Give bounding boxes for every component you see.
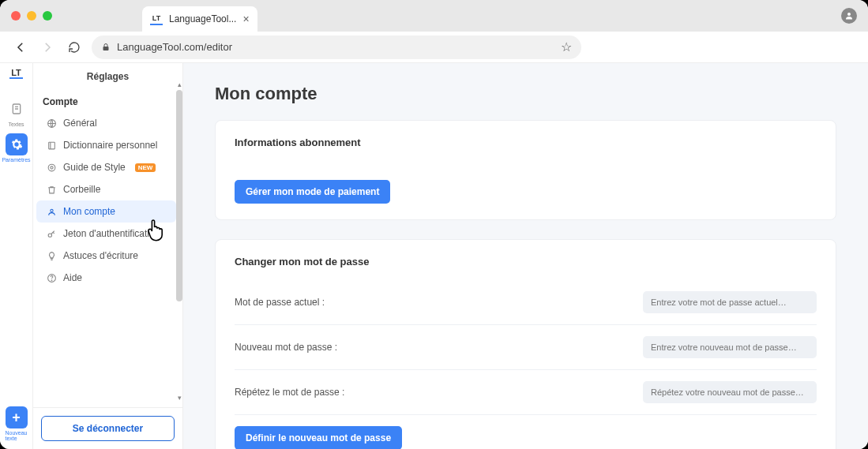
back-button[interactable] xyxy=(11,38,30,57)
sidebar-item-token[interactable]: Jeton d'authentification xyxy=(36,223,176,245)
svg-point-0 xyxy=(847,13,851,16)
rail-item-texts[interactable]: Textes xyxy=(3,98,30,127)
trash-icon xyxy=(46,185,57,195)
reload-button[interactable] xyxy=(65,38,84,57)
sidebar-scrollbar[interactable]: ▴ ▾ xyxy=(176,90,182,392)
minimize-window-button[interactable] xyxy=(27,11,36,21)
left-rail: LT Textes Paramètres + Nouveau texte xyxy=(0,63,33,449)
current-password-row: Mot de passe actuel : xyxy=(235,280,817,325)
titlebar: LT LanguageTool... × xyxy=(0,0,868,32)
sidebar-item-label: Général xyxy=(63,118,97,129)
tab-title: LanguageTool... xyxy=(169,13,236,24)
subscription-heading: Informations abonnement xyxy=(235,137,817,148)
sidebar-item-label: Mon compte xyxy=(63,206,115,217)
current-password-label: Mot de passe actuel : xyxy=(235,297,325,308)
logout-button[interactable]: Se déconnecter xyxy=(41,416,175,441)
sidebar-item-label: Astuces d'écriture xyxy=(63,250,138,261)
scroll-thumb[interactable] xyxy=(176,90,182,301)
window-controls xyxy=(11,11,52,21)
book-icon xyxy=(46,140,57,151)
content-area: Mon compte Informations abonnement Gérer… xyxy=(183,63,868,449)
tab-favicon: LT xyxy=(150,13,163,25)
rail-item-settings[interactable]: Paramètres xyxy=(3,133,30,163)
subscription-card: Informations abonnement Gérer mon mode d… xyxy=(215,120,836,220)
repeat-password-label: Répétez le mot de passe : xyxy=(235,387,344,398)
forward-button[interactable] xyxy=(38,38,57,57)
svg-point-9 xyxy=(50,166,52,168)
svg-rect-6 xyxy=(48,142,54,149)
document-icon xyxy=(6,98,28,120)
new-password-row: Nouveau mot de passe : xyxy=(235,325,817,370)
sidebar-item-styleguide[interactable]: Guide de Style NEW xyxy=(36,156,176,178)
sidebar-item-label: Corbeille xyxy=(63,184,100,195)
browser-toolbar: LanguageTool.com/editor ☆ xyxy=(0,32,868,63)
password-heading: Changer mon mot de passe xyxy=(235,256,817,268)
svg-point-8 xyxy=(48,164,55,171)
sidebar-footer: Se déconnecter xyxy=(33,407,182,449)
sidebar-item-dictionary[interactable]: Dictionnaire personnel xyxy=(36,134,176,156)
settings-sidebar: Réglages Compte Général Dictionnaire per… xyxy=(33,63,183,449)
sidebar-item-general[interactable]: Général xyxy=(36,112,176,134)
url-text: LanguageTool.com/editor xyxy=(117,41,232,53)
globe-icon xyxy=(46,118,57,129)
repeat-password-row: Répétez le mot de passe : xyxy=(235,370,817,415)
current-password-input[interactable] xyxy=(643,291,817,313)
address-bar[interactable]: LanguageTool.com/editor ☆ xyxy=(92,36,581,59)
svg-point-11 xyxy=(48,233,51,236)
key-icon xyxy=(46,229,57,239)
rail-new-text-label: Nouveau texte xyxy=(5,430,27,441)
tab-close-button[interactable]: × xyxy=(242,13,249,25)
sidebar-item-label: Jeton d'authentification xyxy=(63,228,160,239)
lock-icon xyxy=(101,43,111,52)
svg-point-13 xyxy=(51,279,52,280)
sidebar-item-label: Aide xyxy=(63,272,82,283)
scroll-down-icon[interactable]: ▾ xyxy=(175,394,183,402)
app-logo[interactable]: LT xyxy=(9,68,23,79)
user-icon xyxy=(46,207,57,217)
close-window-button[interactable] xyxy=(11,11,21,21)
sidebar-item-account[interactable]: Mon compte xyxy=(36,200,176,223)
scroll-up-icon[interactable]: ▴ xyxy=(175,80,183,88)
new-badge: NEW xyxy=(135,163,156,172)
new-password-label: Nouveau mot de passe : xyxy=(235,342,337,353)
app-frame: LT Textes Paramètres + Nouveau texte Rég… xyxy=(0,63,868,449)
bulb-icon xyxy=(46,251,57,261)
rail-item-label: Textes xyxy=(8,122,24,127)
svg-point-10 xyxy=(50,209,52,211)
sidebar-item-help[interactable]: Aide xyxy=(36,267,176,289)
sidebar-item-label: Dictionnaire personnel xyxy=(63,140,157,151)
password-card: Changer mon mot de passe Mot de passe ac… xyxy=(215,239,836,449)
plus-icon: + xyxy=(6,406,28,428)
rail-item-label: Paramètres xyxy=(2,157,30,163)
sidebar-section-account: Compte xyxy=(33,90,182,112)
browser-window: LT LanguageTool... × LanguageTool.com/ed… xyxy=(0,0,868,449)
sidebar-item-label: Guide de Style xyxy=(63,162,126,173)
set-password-button[interactable]: Définir le nouveau mot de passe xyxy=(235,426,402,449)
gear-icon xyxy=(6,133,28,155)
target-icon xyxy=(46,163,57,173)
manage-payment-button[interactable]: Gérer mon mode de paiement xyxy=(235,180,390,204)
page-title: Mon compte xyxy=(215,84,836,104)
browser-tab[interactable]: LT LanguageTool... × xyxy=(142,6,257,32)
sidebar-title: Réglages xyxy=(33,63,182,90)
svg-rect-1 xyxy=(103,47,109,51)
repeat-password-input[interactable] xyxy=(643,381,817,403)
sidebar-item-trash[interactable]: Corbeille xyxy=(36,178,176,200)
help-icon xyxy=(46,273,57,283)
sidebar-item-tips[interactable]: Astuces d'écriture xyxy=(36,245,176,267)
sidebar-list: Général Dictionnaire personnel Guide de … xyxy=(33,112,182,407)
profile-avatar-button[interactable] xyxy=(841,8,857,24)
bookmark-star-icon[interactable]: ☆ xyxy=(561,39,572,54)
new-password-input[interactable] xyxy=(643,336,817,358)
maximize-window-button[interactable] xyxy=(43,11,52,21)
rail-new-text-button[interactable]: + Nouveau texte xyxy=(3,406,30,441)
